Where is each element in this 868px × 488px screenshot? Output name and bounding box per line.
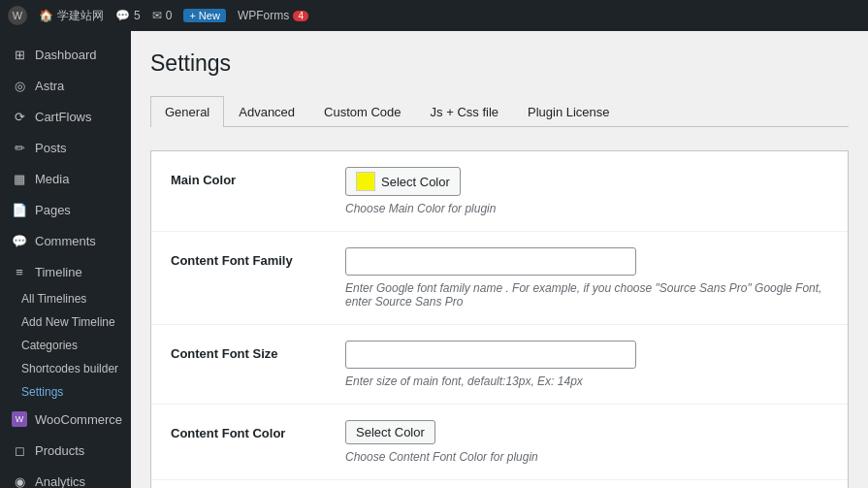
sidebar-item-comments[interactable]: 💬 Comments — [0, 225, 131, 256]
products-icon: ◻ — [12, 442, 27, 458]
sidebar-label-cartflows: CartFlows — [35, 110, 92, 124]
sidebar-menu: ⊞ Dashboard ◎ Astra ⟳ CartFlows ✏ Posts … — [0, 31, 131, 488]
content-font-size-help: Enter size of main font, default:13px, E… — [345, 374, 828, 388]
new-item[interactable]: + New — [183, 9, 226, 22]
content-font-color-help: Choose Content Font Color for plugin — [345, 450, 828, 464]
woocommerce-icon: W — [12, 411, 27, 427]
sidebar-label-settings: Settings — [21, 385, 63, 399]
label-content-font-color: Content Font Color — [171, 420, 345, 440]
sidebar: ⊞ Dashboard ◎ Astra ⟳ CartFlows ✏ Posts … — [0, 31, 131, 488]
control-content-font-family: Enter Google font family name . For exam… — [345, 247, 828, 309]
admin-bar: W 🏠 学建站网 💬 5 ✉ 0 + New WPForms 4 — [0, 0, 868, 31]
label-content-font-size: Content Font Size — [171, 341, 345, 361]
wpforms-badge: 4 — [293, 11, 308, 21]
main-color-swatch — [356, 172, 375, 191]
sidebar-label-products: Products — [35, 443, 84, 458]
site-icon: 🏠 — [39, 9, 53, 22]
comments-icon: 💬 — [12, 233, 27, 248]
control-main-color: Select Color Choose Main Color for plugi… — [345, 167, 828, 215]
sidebar-item-all-timelines[interactable]: All Timelines — [0, 287, 131, 310]
sidebar-item-posts[interactable]: ✏ Posts — [0, 132, 131, 163]
media-icon: ▦ — [12, 171, 27, 186]
cartflows-icon: ⟳ — [12, 109, 27, 124]
site-name: 学建站网 — [57, 8, 104, 24]
sidebar-item-analytics[interactable]: ◉ Analytics — [0, 466, 131, 488]
main-color-help: Choose Main Color for plugin — [345, 202, 828, 215]
sidebar-item-shortcodes[interactable]: Shortcodes builder — [0, 357, 131, 380]
sidebar-label-add-new-timeline: Add New Timeline — [21, 315, 115, 329]
page-title: Settings — [150, 50, 849, 77]
astra-icon: ◎ — [12, 78, 27, 93]
sidebar-label-dashboard: Dashboard — [35, 48, 97, 62]
new-badge: + New — [183, 9, 226, 22]
sidebar-item-timeline[interactable]: ≡ Timeline — [0, 256, 131, 287]
comments-item[interactable]: 💬 5 — [115, 9, 141, 22]
messages-item[interactable]: ✉ 0 — [152, 9, 173, 22]
posts-icon: ✏ — [12, 140, 27, 155]
sidebar-label-pages: Pages — [35, 203, 71, 217]
content-font-family-help: Enter Google font family name . For exam… — [345, 281, 828, 309]
content-font-family-input[interactable] — [345, 247, 636, 276]
sidebar-label-astra: Astra — [35, 79, 64, 93]
tabs-container: General Advanced Custom Code Js + Css fi… — [150, 96, 849, 127]
tab-custom-code[interactable]: Custom Code — [309, 96, 415, 127]
label-content-font-family: Content Font Family — [171, 247, 345, 268]
wpforms-item[interactable]: WPForms 4 — [238, 9, 308, 22]
sidebar-label-posts: Posts — [35, 141, 67, 155]
tab-advanced[interactable]: Advanced — [224, 96, 309, 127]
wp-logo-item[interactable]: W — [8, 6, 27, 25]
row-heading-font-family: Heading Font Family — [151, 480, 848, 488]
settings-section: Main Color Select Color Choose Main Colo… — [150, 150, 849, 488]
main-content: Settings General Advanced Custom Code Js… — [131, 31, 868, 488]
sidebar-item-media[interactable]: ▦ Media — [0, 163, 131, 194]
timeline-icon: ≡ — [12, 264, 27, 279]
main-color-button-label: Select Color — [381, 175, 450, 189]
sidebar-label-all-timelines: All Timelines — [21, 292, 86, 306]
comment-icon: 💬 — [115, 9, 130, 22]
content-font-color-button[interactable]: Select Color — [345, 420, 435, 444]
tab-general[interactable]: General — [150, 96, 224, 127]
wpforms-label: WPForms — [238, 9, 289, 22]
message-count: 0 — [166, 9, 173, 22]
dashboard-icon: ⊞ — [12, 47, 27, 62]
control-content-font-size: Enter size of main font, default:13px, E… — [345, 341, 828, 388]
row-content-font-size: Content Font Size Enter size of main fon… — [151, 325, 848, 405]
sidebar-label-analytics: Analytics — [35, 474, 85, 489]
sidebar-item-settings[interactable]: Settings — [0, 380, 131, 404]
content-font-color-button-label: Select Color — [356, 425, 425, 439]
tab-plugin-license[interactable]: Plugin License — [513, 96, 625, 127]
sidebar-label-timeline: Timeline — [35, 265, 82, 279]
content-font-size-input[interactable] — [345, 341, 636, 369]
sidebar-label-categories: Categories — [21, 339, 78, 352]
wp-logo-icon: W — [8, 6, 27, 25]
sidebar-item-cartflows[interactable]: ⟳ CartFlows — [0, 101, 131, 132]
control-content-font-color: Select Color Choose Content Font Color f… — [345, 420, 828, 464]
tab-js-css[interactable]: Js + Css file — [416, 96, 513, 127]
main-color-button[interactable]: Select Color — [345, 167, 461, 196]
label-main-color: Main Color — [171, 167, 345, 187]
sidebar-label-shortcodes: Shortcodes builder — [21, 362, 118, 375]
sidebar-item-dashboard[interactable]: ⊞ Dashboard — [0, 39, 131, 70]
analytics-icon: ◉ — [12, 473, 27, 488]
sidebar-item-add-new-timeline[interactable]: Add New Timeline — [0, 310, 131, 334]
sidebar-item-astra[interactable]: ◎ Astra — [0, 70, 131, 101]
row-content-font-family: Content Font Family Enter Google font fa… — [151, 232, 848, 325]
sidebar-item-categories[interactable]: Categories — [0, 334, 131, 357]
sidebar-item-pages[interactable]: 📄 Pages — [0, 194, 131, 225]
sidebar-label-woocommerce: WooCommerce — [35, 412, 122, 427]
sidebar-label-comments: Comments — [35, 234, 96, 248]
sidebar-label-media: Media — [35, 172, 69, 186]
sidebar-item-products[interactable]: ◻ Products — [0, 435, 131, 466]
comment-count: 5 — [134, 9, 141, 22]
message-icon: ✉ — [152, 9, 162, 22]
sidebar-item-woocommerce[interactable]: W WooCommerce — [0, 404, 131, 435]
row-content-font-color: Content Font Color Select Color Choose C… — [151, 405, 848, 480]
site-name-item[interactable]: 🏠 学建站网 — [39, 8, 104, 24]
pages-icon: 📄 — [12, 202, 27, 217]
row-main-color: Main Color Select Color Choose Main Colo… — [151, 151, 848, 232]
